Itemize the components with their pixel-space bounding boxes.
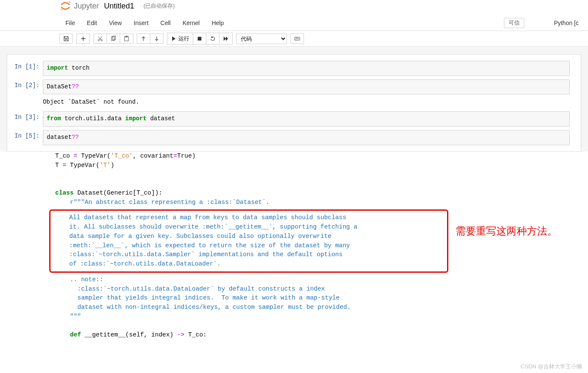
source-line: :class:`~torch.utils.data.Sampler` imple… xyxy=(69,250,442,260)
svg-point-0 xyxy=(69,2,70,3)
source-line: .. note:: xyxy=(55,275,588,285)
play-icon xyxy=(171,36,177,42)
source-line: class Dataset(Generic[T_co]): xyxy=(55,189,588,198)
menu-cell[interactable]: Cell xyxy=(155,17,177,29)
copy-button[interactable] xyxy=(107,34,120,44)
restart-run-all-button[interactable] xyxy=(219,33,233,45)
menu-insert[interactable]: Insert xyxy=(128,17,155,29)
add-cell-button[interactable] xyxy=(76,34,90,44)
highlighted-docstring: All datasets that represent a map from k… xyxy=(49,209,448,273)
paste-icon xyxy=(124,36,129,42)
interrupt-button[interactable] xyxy=(193,33,206,45)
command-palette-button[interactable] xyxy=(290,34,304,44)
source-line: T = TypeVar('T') xyxy=(55,161,588,170)
paste-button[interactable] xyxy=(120,34,133,44)
source-line: """ xyxy=(55,312,588,322)
source-line xyxy=(55,179,588,189)
autosave-status: (已自动保存) xyxy=(143,2,175,10)
menu-help[interactable]: Help xyxy=(205,17,230,29)
cell-type-select[interactable]: 代码 xyxy=(236,34,287,44)
jupyter-icon xyxy=(59,0,71,12)
code-cell[interactable]: In [2]: DataSet?? Object `DataSet` not f… xyxy=(7,78,581,110)
save-icon xyxy=(63,36,69,42)
menu-file[interactable]: File xyxy=(59,17,81,29)
source-line xyxy=(55,322,588,331)
source-line: dataset with non-integral indices/keys, … xyxy=(55,303,588,312)
move-down-button[interactable] xyxy=(150,34,163,44)
copy-icon xyxy=(110,36,116,42)
trust-button[interactable]: 可信 xyxy=(504,18,524,28)
code-cell[interactable]: In [1]: import torch xyxy=(7,59,581,78)
menubar: File Edit View Insert Cell Kernel Help 可… xyxy=(0,15,588,31)
cut-icon xyxy=(97,36,103,42)
source-line: :class:`~torch.utils.data.DataLoader` by… xyxy=(55,285,588,294)
menu-edit[interactable]: Edit xyxy=(81,17,103,29)
notebook-container: In [1]: import torch In [2]: DataSet?? O… xyxy=(0,47,588,152)
cut-button[interactable] xyxy=(93,34,107,44)
watermark: CSDN @吉林大学王小懒 xyxy=(520,363,582,370)
source-line: of :class:`~torch.utils.data.DataLoader`… xyxy=(69,260,442,269)
input-prompt: In [2]: xyxy=(7,79,43,108)
svg-rect-8 xyxy=(198,37,202,41)
annotation-text: 需要重写这两种方法。 xyxy=(456,224,566,238)
code-input[interactable]: from torch.utils.data import dataset xyxy=(43,111,570,127)
notebook-name[interactable]: Untitled1 xyxy=(104,2,134,11)
arrow-up-icon xyxy=(141,36,146,42)
source-line: r"""An abstract class representing a :cl… xyxy=(55,198,588,207)
output-text: Object `DataSet` not found. xyxy=(43,94,570,108)
svg-point-3 xyxy=(101,40,103,41)
plus-icon xyxy=(80,36,86,42)
move-up-button[interactable] xyxy=(137,34,150,44)
source-pane: T_co = TypeVar('T_co', covariant=True) T… xyxy=(0,152,588,340)
run-button[interactable]: 运行 xyxy=(167,33,193,45)
notebook: In [1]: import torch In [2]: DataSet?? O… xyxy=(7,54,581,152)
keyboard-icon xyxy=(294,36,300,42)
source-line xyxy=(55,170,588,179)
source-line: data sample for a given key. Subclasses … xyxy=(69,232,442,241)
menu-view[interactable]: View xyxy=(103,17,128,29)
source-line: def __getitem__(self, index) -> T_co: xyxy=(55,331,588,340)
source-line: All datasets that represent a map from k… xyxy=(69,213,442,223)
stop-icon xyxy=(197,36,203,42)
source-line: it. All subclasses should overwrite :met… xyxy=(69,223,442,232)
code-input[interactable]: dataset?? xyxy=(43,130,570,145)
input-prompt: In [5]: xyxy=(7,130,43,145)
kernel-indicator: Python [c xyxy=(554,20,579,26)
logo-text: Jupyter xyxy=(74,2,99,11)
input-prompt: In [3]: xyxy=(7,111,43,127)
fast-forward-icon xyxy=(223,36,229,42)
save-button[interactable] xyxy=(59,34,73,44)
source-line: sampler that yields integral indices. To… xyxy=(55,294,588,303)
run-label: 运行 xyxy=(178,35,189,42)
arrow-down-icon xyxy=(154,36,160,42)
code-input[interactable]: DataSet?? xyxy=(43,79,570,95)
source-line: :meth:`__len__`, which is expected to re… xyxy=(69,241,442,251)
svg-point-1 xyxy=(61,9,62,11)
header: Jupyter Untitled1 (已自动保存) xyxy=(0,0,588,15)
toolbar: 运行 代码 xyxy=(0,31,588,47)
code-input[interactable]: import torch xyxy=(43,61,570,76)
input-prompt: In [1]: xyxy=(7,61,43,76)
menu-kernel[interactable]: Kernel xyxy=(177,17,205,29)
code-cell[interactable]: In [5]: dataset?? xyxy=(7,128,581,147)
svg-point-2 xyxy=(98,40,100,41)
source-line: T_co = TypeVar('T_co', covariant=True) xyxy=(55,152,588,161)
jupyter-logo: Jupyter xyxy=(59,0,99,12)
code-cell[interactable]: In [3]: from torch.utils.data import dat… xyxy=(7,110,581,128)
restart-icon xyxy=(210,36,216,42)
restart-button[interactable] xyxy=(206,33,219,45)
